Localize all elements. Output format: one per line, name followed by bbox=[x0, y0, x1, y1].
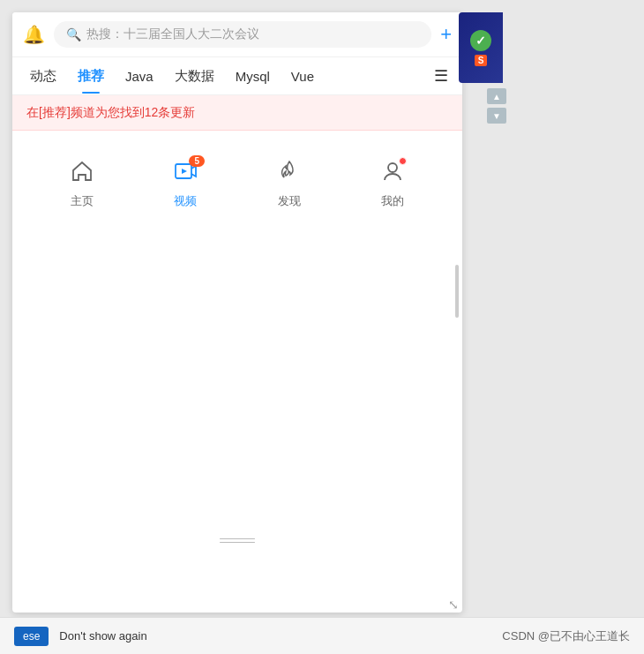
tab-vue[interactable]: Vue bbox=[281, 60, 325, 93]
search-bar[interactable]: 🔍 热搜：十三届全国人大二次会议 bbox=[54, 21, 431, 48]
user-badge-panel: ✓ S bbox=[459, 12, 503, 83]
checkmark-icon: ✓ bbox=[470, 30, 491, 51]
tab-dongtai[interactable]: 动态 bbox=[19, 59, 67, 94]
resize-line-1 bbox=[220, 538, 255, 539]
nav-item-home[interactable]: 主页 bbox=[70, 159, 94, 209]
bottom-nav: 主页 5 视频 发现 bbox=[12, 145, 462, 227]
ese-button[interactable]: ese bbox=[14, 627, 49, 646]
add-button[interactable]: + bbox=[440, 23, 452, 46]
video-icon: 5 bbox=[173, 159, 198, 190]
resize-corner-icon[interactable]: ⤡ bbox=[448, 598, 459, 612]
fire-icon bbox=[277, 159, 302, 190]
resize-handle[interactable] bbox=[220, 538, 255, 542]
tab-java[interactable]: Java bbox=[115, 60, 164, 93]
arrow-down-button[interactable]: ▼ bbox=[487, 108, 506, 124]
app-container: 🔔 🔍 热搜：十三届全国人大二次会议 + 动态 推荐 Java 大数据 Mysq… bbox=[12, 12, 462, 613]
nav-item-discover[interactable]: 发现 bbox=[277, 159, 302, 209]
vertical-divider bbox=[455, 265, 459, 318]
nav-item-video-label: 视频 bbox=[174, 193, 197, 209]
svg-point-1 bbox=[388, 163, 397, 172]
level-badge: S bbox=[475, 55, 488, 66]
notification-text: 在[推荐]频道为您找到12条更新 bbox=[26, 105, 195, 119]
dont-show-again-button[interactable]: Don't show again bbox=[59, 629, 146, 643]
nav-item-discover-label: 发现 bbox=[278, 193, 301, 209]
nav-tabs: 动态 推荐 Java 大数据 Mysql Vue ☰ bbox=[12, 57, 462, 95]
footer-user-info: CSDN @已不由心王道长 bbox=[502, 628, 630, 644]
nav-item-mine[interactable]: 我的 bbox=[380, 159, 405, 209]
nav-item-home-label: 主页 bbox=[71, 193, 94, 209]
top-bar: 🔔 🔍 热搜：十三届全国人大二次会议 + bbox=[12, 12, 462, 57]
nav-item-mine-label: 我的 bbox=[381, 193, 404, 209]
home-icon bbox=[70, 159, 94, 190]
nav-item-video[interactable]: 5 视频 bbox=[173, 159, 198, 209]
bell-icon[interactable]: 🔔 bbox=[23, 24, 45, 45]
search-label: 热搜：十三届全国人大二次会议 bbox=[86, 26, 259, 42]
search-icon: 🔍 bbox=[66, 27, 81, 41]
user-icon bbox=[380, 159, 405, 190]
resize-line-2 bbox=[220, 542, 255, 543]
tab-dashuju[interactable]: 大数据 bbox=[164, 59, 225, 94]
tab-tuijian[interactable]: 推荐 bbox=[67, 59, 115, 94]
more-menu-icon[interactable]: ☰ bbox=[427, 57, 455, 94]
video-badge: 5 bbox=[189, 155, 205, 167]
arrow-controls: ▲ ▼ bbox=[487, 88, 506, 124]
tab-mysql[interactable]: Mysql bbox=[225, 60, 281, 93]
footer-bar: ese Don't show again CSDN @已不由心王道长 bbox=[0, 617, 644, 654]
notification-banner: 在[推荐]频道为您找到12条更新 bbox=[12, 95, 462, 131]
mine-dot-badge bbox=[399, 157, 407, 165]
arrow-up-button[interactable]: ▲ bbox=[487, 88, 506, 104]
